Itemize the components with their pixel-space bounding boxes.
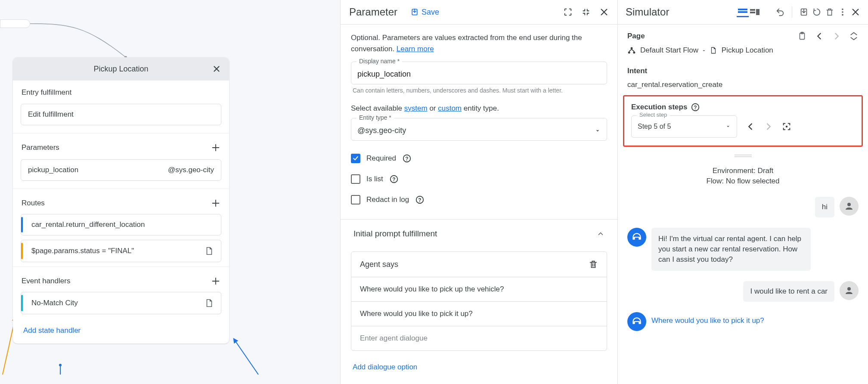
svg-point-16 bbox=[842, 11, 843, 13]
parameter-panel: Parameter Save Optional. Parameters are … bbox=[340, 0, 618, 384]
svg-point-1 bbox=[59, 364, 62, 366]
collapse-icon[interactable] bbox=[581, 7, 591, 17]
add-dialogue-option-button[interactable]: Add dialogue option bbox=[351, 359, 607, 376]
agent-prompt-item[interactable]: Where would you like to pick up the vehi… bbox=[351, 277, 607, 302]
prev-step-button[interactable] bbox=[746, 122, 755, 131]
parameter-panel-title: Parameter bbox=[349, 6, 397, 18]
add-route-button[interactable] bbox=[211, 198, 220, 208]
chat-message-agent: Hi! I'm the virtual car rental agent. I … bbox=[627, 228, 859, 271]
entity-type-description: Select available system or custom entity… bbox=[351, 104, 607, 113]
help-icon[interactable]: ? bbox=[389, 174, 399, 184]
display-name-field[interactable]: Display name * bbox=[351, 62, 607, 84]
close-icon[interactable] bbox=[599, 7, 609, 17]
svg-text:?: ? bbox=[418, 197, 422, 203]
help-icon[interactable]: ? bbox=[691, 102, 700, 112]
system-link[interactable]: system bbox=[404, 104, 428, 112]
next-page-icon[interactable] bbox=[832, 31, 841, 41]
learn-more-link[interactable]: Learn more bbox=[397, 45, 434, 53]
parameter-row-pickup-location[interactable]: pickup_location @sys.geo-city bbox=[21, 159, 221, 181]
add-event-handler-button[interactable] bbox=[211, 276, 220, 286]
route-item[interactable]: car_rental.return_different_location bbox=[21, 214, 221, 235]
svg-point-15 bbox=[842, 9, 843, 10]
agent-says-label: Agent says bbox=[360, 260, 398, 269]
current-page-name: Pickup Location bbox=[722, 46, 773, 55]
display-name-input[interactable] bbox=[351, 62, 607, 84]
svg-point-22 bbox=[633, 52, 635, 54]
close-icon[interactable] bbox=[211, 63, 222, 74]
reset-icon[interactable] bbox=[812, 7, 822, 17]
entity-type-select[interactable]: Entity type * @sys.geo-city bbox=[351, 118, 607, 141]
page-label: Page bbox=[627, 32, 645, 40]
initial-prompt-fulfillment-header[interactable]: Initial prompt fulfillment bbox=[341, 219, 617, 248]
view-mode-simple-icon[interactable] bbox=[737, 7, 749, 17]
is-list-checkbox[interactable] bbox=[351, 174, 360, 184]
svg-rect-30 bbox=[633, 322, 634, 324]
custom-link[interactable]: custom bbox=[438, 104, 462, 112]
agent-avatar-icon bbox=[627, 312, 646, 331]
page-icon bbox=[205, 298, 214, 308]
route-item[interactable]: $page.params.status = "FINAL" bbox=[21, 240, 221, 262]
expand-icon[interactable] bbox=[563, 7, 573, 17]
agent-prompt-item[interactable]: Where would you like to pick it up? bbox=[351, 302, 607, 326]
edit-fulfillment-button[interactable]: Edit fulfillment bbox=[21, 104, 221, 125]
delete-icon[interactable] bbox=[825, 7, 834, 17]
save-conversation-icon[interactable] bbox=[799, 7, 809, 17]
parameter-description: Optional. Parameters are values extracte… bbox=[351, 32, 607, 55]
svg-rect-12 bbox=[756, 9, 760, 15]
chevron-down-icon bbox=[725, 124, 731, 129]
agent-prompt-input[interactable]: Enter agent dialogue bbox=[351, 326, 607, 350]
svg-point-25 bbox=[786, 126, 788, 128]
page-icon bbox=[205, 246, 214, 256]
redact-label: Redact in log bbox=[366, 195, 409, 204]
chat-message-user: I would like to rent a car bbox=[627, 281, 859, 302]
svg-rect-13 bbox=[750, 12, 755, 13]
display-name-hint: Can contain letters, numbers, underscore… bbox=[351, 84, 607, 94]
svg-point-26 bbox=[847, 203, 851, 206]
svg-text:?: ? bbox=[694, 105, 697, 111]
svg-point-29 bbox=[847, 287, 851, 291]
page-icon bbox=[710, 46, 717, 54]
clipboard-icon[interactable] bbox=[797, 31, 807, 41]
chat-message-agent-pending: Where would you like to pick it up? bbox=[627, 312, 859, 331]
save-button[interactable]: Save bbox=[410, 8, 439, 17]
parameter-type: @sys.geo-city bbox=[168, 166, 214, 174]
upstream-node[interactable] bbox=[0, 19, 30, 28]
next-step-button[interactable] bbox=[764, 122, 773, 131]
svg-rect-10 bbox=[738, 11, 747, 13]
required-label: Required bbox=[366, 154, 396, 163]
chat-area: Environment: Draft Flow: No flow selecte… bbox=[618, 162, 868, 331]
collapse-section-icon[interactable] bbox=[849, 31, 859, 41]
prev-page-icon[interactable] bbox=[815, 31, 824, 41]
add-state-handler-button[interactable]: Add state handler bbox=[13, 319, 229, 344]
event-handlers-header: Event handlers bbox=[13, 269, 229, 289]
required-checkbox[interactable] bbox=[351, 154, 360, 163]
flow-canvas[interactable]: Pickup Location Entry fulfillment Edit f… bbox=[0, 0, 340, 384]
simulator-title: Simulator bbox=[626, 6, 733, 18]
redact-checkbox[interactable] bbox=[351, 195, 360, 204]
delete-icon[interactable] bbox=[589, 260, 598, 269]
view-mode-detailed-icon[interactable] bbox=[749, 7, 761, 17]
close-icon[interactable] bbox=[851, 7, 860, 17]
help-icon[interactable]: ? bbox=[415, 195, 425, 204]
chevron-down-icon bbox=[595, 128, 601, 134]
page-card-title: Pickup Location bbox=[93, 65, 148, 74]
entity-type-value: @sys.geo-city bbox=[357, 126, 406, 135]
user-avatar-icon bbox=[840, 197, 859, 216]
chevron-up-icon bbox=[597, 230, 604, 238]
help-icon[interactable]: ? bbox=[402, 154, 412, 163]
event-handler-item[interactable]: No-Match City bbox=[21, 292, 221, 314]
simulator-panel: Simulator Page bbox=[618, 0, 868, 384]
step-select[interactable]: Select step Step 5 of 5 bbox=[631, 115, 737, 138]
undo-icon[interactable] bbox=[775, 7, 785, 17]
focus-step-icon[interactable] bbox=[782, 122, 791, 131]
execution-steps-section: Execution steps ? Select step Step 5 of … bbox=[623, 95, 863, 147]
flow-state-label: Flow: No flow selected bbox=[627, 176, 859, 186]
parameter-name: pickup_location bbox=[28, 166, 78, 174]
intent-label: Intent bbox=[627, 67, 859, 75]
entry-fulfillment-header: Entry fulfillment bbox=[13, 81, 229, 100]
add-parameter-button[interactable] bbox=[211, 143, 220, 152]
svg-point-17 bbox=[842, 14, 843, 16]
agent-pending-prompt[interactable]: Where would you like to pick it up? bbox=[651, 312, 764, 325]
resize-handle[interactable] bbox=[735, 155, 752, 157]
more-icon[interactable] bbox=[838, 7, 847, 17]
